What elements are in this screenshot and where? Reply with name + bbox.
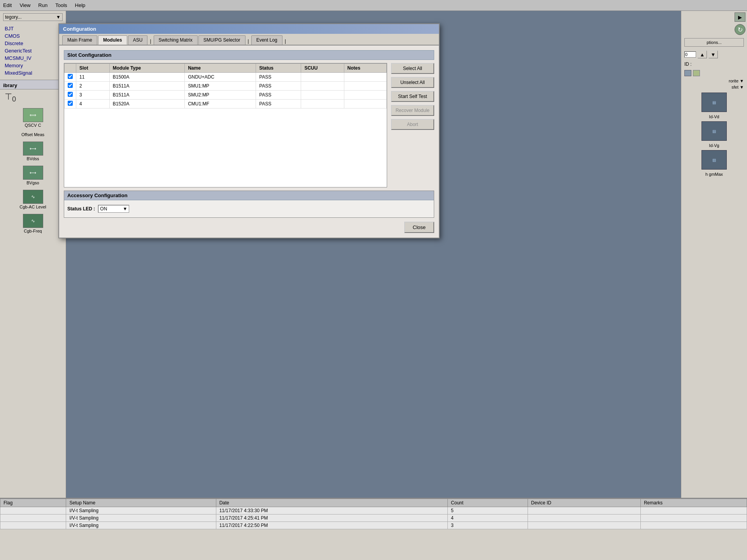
- id-up-btn[interactable]: ▲: [698, 51, 707, 58]
- id-vg-label: Id-Vg: [709, 143, 719, 148]
- row-count: 3: [448, 522, 528, 529]
- select-all-btn[interactable]: Select All: [391, 63, 434, 74]
- slot-checkbox[interactable]: [68, 101, 73, 106]
- bottom-col-remarks: Remarks: [640, 499, 747, 507]
- status-led-row: Status LED : ON ▼: [67, 203, 431, 214]
- slot-checkbox[interactable]: [68, 74, 73, 79]
- sidebar-icon-offsetmeas[interactable]: Offset Meas: [0, 130, 66, 139]
- row-setup-name: I/V-t Sampling: [66, 514, 216, 522]
- row-name: SMU2:MP: [185, 91, 256, 100]
- row-slot: 4: [76, 100, 110, 108]
- tab-switching-matrix[interactable]: Switching Matrix: [154, 35, 198, 45]
- category-dropdown[interactable]: tegory... ▼: [3, 13, 63, 21]
- sidebar-item-memory[interactable]: Memory: [0, 62, 66, 69]
- slot-config-header: Slot Configuration: [64, 50, 434, 60]
- sidebar-item-bjt[interactable]: BJT: [0, 25, 66, 32]
- row-checkbox[interactable]: [65, 73, 76, 82]
- color-swatch-2: [693, 70, 700, 76]
- row-checkbox[interactable]: [65, 82, 76, 91]
- row-flag: [0, 514, 66, 522]
- gmmax-icon[interactable]: ▤: [701, 150, 727, 170]
- sidebar-items: BJT CMOS Discrete GenericTest MCSMU_IV M…: [0, 23, 66, 78]
- favorite-label: rorite: [729, 79, 738, 83]
- tab-separator-2: |: [246, 35, 251, 45]
- status-led-value: ON: [100, 206, 107, 212]
- configuration-dialog: Configuration Main Frame Modules ASU | S…: [58, 23, 440, 238]
- right-arrow-btn[interactable]: ▶: [735, 12, 745, 22]
- row-scuu: [301, 91, 344, 100]
- id-vd-icon[interactable]: ▤: [701, 93, 727, 112]
- close-btn-row: Close: [64, 222, 434, 233]
- favorite-dropdown[interactable]: rorite ▼: [681, 78, 747, 84]
- row-checkbox[interactable]: [65, 91, 76, 100]
- cgbfreq-icon: ∿: [23, 214, 43, 228]
- slot-checkbox[interactable]: [68, 83, 73, 88]
- tab-separator-3: |: [283, 35, 288, 45]
- gmmax-icon-inner: ▤: [712, 158, 716, 162]
- sidebar-icon-cgbac[interactable]: ∿ Cgb-AC Level: [0, 187, 66, 212]
- table-row: 11 B1500A GNDU+ADC PASS: [65, 73, 387, 82]
- row-remarks: [640, 522, 747, 529]
- slot-checkbox[interactable]: [68, 92, 73, 97]
- id-input[interactable]: [684, 51, 696, 58]
- sidebar-item-mixedsignal[interactable]: MixedSignal: [0, 69, 66, 77]
- start-self-test-btn[interactable]: Start Self Test: [391, 91, 434, 102]
- refresh-btn[interactable]: ↻: [735, 24, 745, 35]
- close-btn[interactable]: Close: [404, 222, 434, 233]
- row-checkbox[interactable]: [65, 100, 76, 108]
- row-name: GNDU+ADC: [185, 73, 256, 82]
- menu-view[interactable]: View: [19, 2, 30, 8]
- abort-btn[interactable]: Abort: [391, 119, 434, 130]
- options-button[interactable]: ptions...: [684, 38, 744, 47]
- bvgso-icon: ⟷: [23, 166, 43, 180]
- bottom-col-setup-name: Setup Name: [66, 499, 216, 507]
- sidebar-icon-bvgso[interactable]: ⟷ BVgso: [0, 163, 66, 187]
- unselect-all-btn[interactable]: Unselect All: [391, 77, 434, 88]
- row-slot: 3: [76, 91, 110, 100]
- recover-module-btn[interactable]: Recover Module: [391, 105, 434, 116]
- table-row: 4 B1520A CMU1:MF PASS: [65, 100, 387, 108]
- tab-modules[interactable]: Modules: [98, 35, 127, 45]
- row-scuu: [301, 73, 344, 82]
- row-module-type: B1511A: [109, 91, 184, 100]
- dialog-titlebar: Configuration: [59, 24, 439, 34]
- row-status: PASS: [256, 73, 301, 82]
- sidebar-item-generictest[interactable]: GenericTest: [0, 47, 66, 54]
- bottom-col-device-id: Device ID: [528, 499, 641, 507]
- row-notes: [344, 82, 386, 91]
- id-vg-icon[interactable]: ▤: [701, 121, 727, 141]
- menu-edit[interactable]: Edit: [3, 2, 12, 8]
- menu-help[interactable]: Help: [75, 2, 86, 8]
- table-row: 2 B1511A SMU1:MP PASS: [65, 82, 387, 91]
- sidebar-item-mcsmu-iv[interactable]: MCSMU_IV: [0, 54, 66, 62]
- sidebar-icon-qscvc[interactable]: ⟺ QSCV C: [0, 106, 66, 130]
- menu-run[interactable]: Run: [38, 2, 47, 8]
- row-name: SMU1:MP: [185, 82, 256, 91]
- bottom-col-date: Date: [216, 499, 447, 507]
- slot-table-container: Slot Module Type Name Status SCUU Notes …: [64, 63, 434, 187]
- sidebar-icon-cgbfreq[interactable]: ∿ Cgb-Freq: [0, 212, 66, 236]
- bvdss-icon: ⟷: [23, 142, 43, 156]
- accessory-config-header: Accessory Configuration: [64, 191, 434, 200]
- sidebar-item-cmos[interactable]: CMOS: [0, 32, 66, 40]
- id-label: ID :: [681, 60, 747, 68]
- menu-tools[interactable]: Tools: [55, 2, 67, 8]
- sfet-dropdown[interactable]: sfet ▼: [681, 84, 747, 90]
- tab-event-log[interactable]: Event Log: [251, 35, 282, 45]
- cgbac-label: Cgb-AC Level: [19, 205, 46, 209]
- dialog-tabs: Main Frame Modules ASU | Switching Matri…: [59, 34, 439, 46]
- row-date: 11/17/2017 4:33:30 PM: [216, 507, 447, 514]
- tab-mainframe[interactable]: Main Frame: [62, 35, 97, 45]
- bottom-table: Flag Setup Name Date Count Device ID Rem…: [0, 499, 747, 529]
- sidebar-item-discrete[interactable]: Discrete: [0, 40, 66, 47]
- row-flag: [0, 522, 66, 529]
- tab-asu[interactable]: ASU: [128, 35, 148, 45]
- tab-smu-pg[interactable]: SMU/PG Selector: [198, 35, 245, 45]
- status-led-dropdown[interactable]: ON ▼: [98, 205, 129, 213]
- category-label: tegory...: [5, 14, 21, 20]
- sidebar-icon-bvdss[interactable]: ⟷ BVdss: [0, 139, 66, 163]
- col-module-type: Module Type: [109, 64, 184, 73]
- id-down-btn[interactable]: ▼: [708, 51, 718, 58]
- bvgso-label: BVgso: [26, 180, 39, 185]
- row-date: 11/17/2017 4:22:50 PM: [216, 522, 447, 529]
